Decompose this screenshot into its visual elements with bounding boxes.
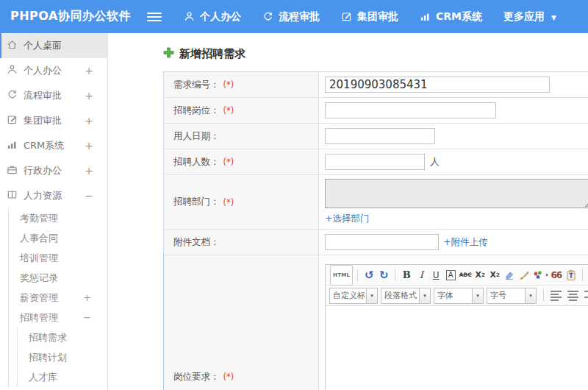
sidebar-item-salary[interactable]: 薪资管理+ [9,288,107,308]
sidebar-item-attendance[interactable]: 考勤管理 [9,208,107,228]
home-icon [7,39,24,52]
paragraph-format-select[interactable]: 段落格式▾ [381,288,431,304]
required-mark: (*) [223,157,234,167]
font-border-button[interactable]: A [444,268,457,283]
sidebar-item-workflow-approval[interactable]: 流程审批 + [0,83,107,108]
sidebar-item-recruit-demand[interactable]: 招聘需求 [18,327,107,347]
caret-down-icon: ▾ [472,288,483,303]
recruitment-form: 需求编号：(*) 招聘岗位：(*) 用人日期： [163,71,588,390]
sidebar-item-talent-pool[interactable]: 人才库 [18,367,107,387]
editor-content-area[interactable] [326,306,588,390]
required-mark: (*) [223,197,234,208]
recruitment-submenu: 招聘需求 招聘计划 人才库 [17,327,107,387]
expand-plus-icon[interactable]: + [85,90,93,102]
superscript-button[interactable]: X2 [473,268,487,283]
form-row-position: 招聘岗位：(*) [164,98,588,124]
nav-more-apps[interactable]: 更多应用 [503,10,545,24]
sidebar-item-personal-office[interactable]: 个人办公 + [0,58,107,83]
edit-icon [7,114,24,127]
expand-plus-icon[interactable]: + [85,65,93,77]
attachment-upload-link[interactable]: +附件上传 [443,236,487,249]
chart-icon [420,11,431,22]
undo-icon[interactable]: ↺ [362,268,376,283]
font-family-select[interactable]: 字体▾ [434,288,484,304]
rich-text-editor: HTML ↺ ↻ B I U A ABC X2 [325,264,588,390]
align-left-icon[interactable] [551,291,562,301]
strikethrough-button[interactable]: ABC [459,268,472,283]
demand-no-input[interactable] [325,77,550,93]
caret-down-icon: ▾ [525,288,536,303]
eraser-icon[interactable] [503,268,516,283]
heading-select[interactable]: 自定义标题▾ [329,288,378,304]
headcount-input[interactable] [325,154,425,170]
font-size-select[interactable]: 字号▾ [487,288,537,304]
align-right-icon[interactable] [584,291,588,301]
field-label: 用人日期： [173,130,220,143]
redo-icon[interactable]: ↻ [377,268,390,283]
position-input[interactable] [325,102,496,118]
svg-text:T: T [569,272,573,280]
sidebar-item-admin-office[interactable]: 行政办公 + [0,158,107,183]
expand-plus-icon[interactable]: + [85,115,93,127]
sidebar-item-training[interactable]: 培训管理 [9,248,107,268]
italic-button[interactable]: I [415,268,428,283]
app-window: PHPOA协同办公软件 个人办公 流程审批 集团审批 CRM系统 更多应用 [0,0,588,390]
blockquote-button[interactable]: 66 [550,268,563,283]
caret-down-icon[interactable]: ▼ [551,14,556,21]
field-label: 附件文档： [173,236,220,249]
caret-down-icon: ▾ [545,272,548,278]
nav-personal-office[interactable]: 个人办公 [184,10,241,24]
brush-icon[interactable] [517,268,531,283]
sidebar-item-hr-contract[interactable]: 人事合同 [9,228,107,248]
sidebar-item-recruitment[interactable]: 招聘管理− [9,308,107,327]
app-logo: PHPOA协同办公软件 [0,9,137,24]
sidebar-item-group-approval[interactable]: 集团审批 + [0,108,107,133]
field-label: 招聘部门： [173,196,220,208]
main-content: 新增招聘需求 需求编号：(*) 招聘岗位：(*) 用人日期： [108,33,588,390]
sidebar-item-crm-system[interactable]: CRM系统 + [0,133,107,158]
nav-crm-system[interactable]: CRM系统 [420,10,482,24]
expand-plus-icon[interactable]: + [83,292,91,303]
palette-icon[interactable]: ▾ [532,268,548,283]
sidebar-item-recruit-plan[interactable]: 招聘计划 [18,347,107,367]
form-row-department: 招聘部门：(*) +选择部门 [164,175,588,230]
user-icon [7,64,24,77]
headcount-unit: 人 [430,155,440,169]
collapse-minus-icon[interactable]: − [85,190,93,202]
bold-button[interactable]: B [400,268,413,283]
nav-group-approval[interactable]: 集团审批 [341,10,398,24]
sidebar-item-personal-desktop[interactable]: 个人桌面 [0,33,107,58]
expand-plus-icon[interactable]: + [85,165,93,177]
flow-icon [262,11,273,22]
field-label: 招聘岗位： [173,104,220,117]
align-center-icon[interactable] [567,291,578,301]
form-row-headcount: 招聘人数：(*) 人 [164,149,588,175]
sidebar-item-rewards[interactable]: 奖惩记录 [9,268,107,288]
briefcase-icon [7,164,24,177]
collapse-minus-icon[interactable]: − [83,312,91,323]
resize-handle-icon[interactable] [584,200,588,207]
html-source-button[interactable]: HTML [330,265,353,286]
underline-button[interactable]: U [429,268,442,283]
nav-workflow-approval[interactable]: 流程审批 [262,10,320,24]
hamburger-icon[interactable] [147,13,162,21]
sidebar-item-human-resources[interactable]: 人力资源 − [0,183,107,208]
form-row-demand-no: 需求编号：(*) [164,72,588,98]
caret-down-icon: ▾ [366,288,377,303]
required-mark: (*) [223,372,234,382]
paste-icon[interactable]: T [564,268,578,283]
expand-plus-icon[interactable]: + [85,140,93,152]
attachment-input[interactable] [325,234,439,250]
edit-icon [341,11,352,22]
select-department-link[interactable]: +选择部门 [325,213,369,225]
field-label: 招聘人数： [173,156,220,169]
book-icon [7,189,24,202]
top-header: PHPOA协同办公软件 个人办公 流程审批 集团审批 CRM系统 更多应用 [0,0,588,33]
sidebar: 个人桌面 个人办公 + 流程审批 + 集团审批 + CRM系统 + [0,33,108,390]
flow-icon [7,89,24,102]
hire-date-input[interactable] [325,128,435,144]
editor-toolbar-bottom: 自定义标题▾ 段落格式▾ 字体▾ 字号▾ [326,286,588,306]
form-row-requirements: 岗位要求：(*) HTML ↺ ↻ B I [164,255,588,390]
subscript-button[interactable]: X2 [488,268,501,283]
form-row-attachment: 附件文档： +附件上传 [164,230,588,255]
